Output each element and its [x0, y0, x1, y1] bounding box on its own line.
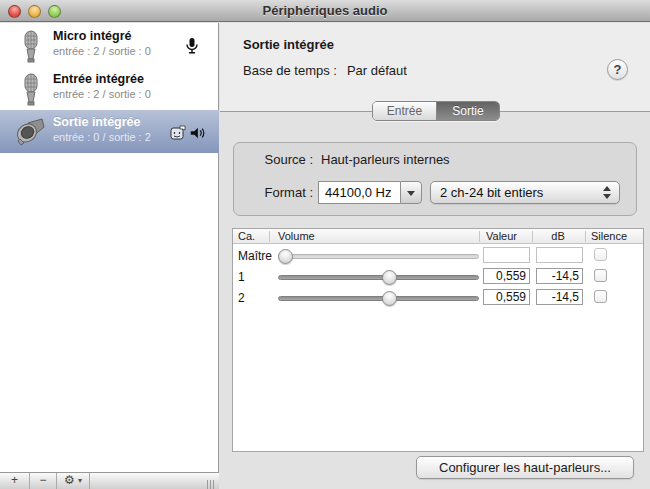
channel-row-1: 1 0,559 -14,5 — [233, 266, 643, 287]
slider-knob[interactable] — [382, 270, 397, 285]
db-field[interactable]: -14,5 — [536, 268, 583, 284]
value-field[interactable] — [483, 247, 530, 263]
splitter-grip[interactable] — [205, 476, 215, 486]
header-volume: Volume — [278, 230, 315, 242]
speaker-icon — [14, 115, 48, 149]
volume-slider-ch2[interactable] — [278, 296, 479, 301]
tab-sortie[interactable]: Sortie — [436, 102, 499, 120]
format-label: Format : — [265, 185, 313, 200]
channel-row-master: Maître — [233, 245, 643, 266]
slider-knob[interactable] — [382, 291, 397, 306]
action-gear-button[interactable]: ⚙▾ — [57, 473, 90, 489]
channel-row-2: 2 0,559 -14,5 — [233, 287, 643, 308]
sample-rate-dropdown-button[interactable] — [400, 181, 422, 204]
value-field[interactable]: 0,559 — [483, 289, 530, 305]
window-title: Périphériques audio — [0, 3, 650, 18]
channel-label: Maître — [238, 249, 272, 263]
clock-source-value: Par défaut — [347, 63, 407, 78]
format-popup-value: 2 ch-24 bit entiers — [440, 185, 543, 200]
format-popup-button[interactable]: 2 ch-24 bit entiers — [430, 181, 620, 204]
slider-knob[interactable] — [278, 249, 293, 264]
mute-checkbox[interactable] — [594, 269, 607, 282]
io-tab-bar: Entrée Sortie — [372, 101, 500, 121]
chevron-down-icon: ▾ — [78, 476, 82, 485]
up-down-arrows-icon — [603, 186, 611, 199]
mute-checkbox[interactable] — [594, 248, 607, 261]
microphone-icon — [14, 72, 48, 106]
db-field[interactable] — [536, 247, 583, 263]
sample-rate-value[interactable]: 44100,0 Hz — [318, 181, 400, 204]
selected-device-title: Sortie intégrée — [243, 37, 334, 52]
gear-icon: ⚙ — [64, 473, 75, 487]
sample-rate-combo[interactable]: 44100,0 Hz — [318, 181, 422, 204]
device-name: Sortie intégrée — [53, 115, 141, 129]
channel-label: 1 — [238, 270, 245, 284]
device-name: Micro intégré — [53, 29, 132, 43]
panel-header: Sortie intégrée Base de temps :Par défau… — [220, 23, 650, 112]
channels-table: Ca. Volume Valeur dB Silence Maître 1 0,… — [232, 228, 644, 452]
title-bar[interactable]: Périphériques audio — [0, 0, 650, 22]
sidebar-bottom-bar: + − ⚙▾ — [0, 472, 219, 489]
volume-slider-master[interactable] — [278, 254, 479, 259]
mute-checkbox[interactable] — [594, 290, 607, 303]
microphone-icon — [14, 29, 48, 63]
tab-entree[interactable]: Entrée — [373, 102, 436, 120]
clock-source-line: Base de temps :Par défaut — [243, 63, 407, 78]
device-detail: entrée : 2 / sortie : 0 — [53, 88, 151, 100]
device-row-entree-integree[interactable]: Entrée intégrée entrée : 2 / sortie : 0 — [0, 67, 219, 110]
device-detail: entrée : 2 / sortie : 0 — [53, 45, 151, 57]
header-channel: Ca. — [238, 230, 255, 242]
db-field[interactable]: -14,5 — [536, 289, 583, 305]
default-output-speaker-icon — [189, 124, 205, 142]
header-db: dB — [532, 230, 584, 242]
header-value: Valeur — [486, 230, 517, 242]
header-mute: Silence — [591, 230, 627, 242]
help-button[interactable]: ? — [607, 59, 628, 80]
configure-speakers-button[interactable]: Configurer les haut-parleurs... — [416, 456, 634, 479]
device-list-sidebar: Micro intégré entrée : 2 / sortie : 0 En… — [0, 23, 219, 489]
volume-slider-ch1[interactable] — [278, 275, 479, 280]
channels-table-header: Ca. Volume Valeur dB Silence — [233, 229, 643, 244]
device-row-micro-integre[interactable]: Micro intégré entrée : 2 / sortie : 0 — [0, 24, 219, 67]
add-device-button[interactable]: + — [0, 473, 30, 489]
source-value: Haut-parleurs internes — [321, 152, 450, 167]
system-sound-effects-icon — [170, 124, 186, 142]
device-detail: entrée : 0 / sortie : 2 — [53, 131, 151, 143]
clock-source-label: Base de temps : — [243, 63, 337, 78]
channel-label: 2 — [238, 291, 245, 305]
device-name: Entrée intégrée — [53, 72, 144, 86]
source-label: Source : — [265, 152, 313, 167]
audio-devices-window: Périphériques audio Micro intégré entrée… — [0, 0, 650, 489]
remove-device-button[interactable]: − — [30, 473, 57, 489]
default-input-mic-icon — [184, 37, 200, 55]
value-field[interactable]: 0,559 — [483, 268, 530, 284]
device-row-sortie-integree[interactable]: Sortie intégrée entrée : 0 / sortie : 2 — [0, 110, 219, 153]
